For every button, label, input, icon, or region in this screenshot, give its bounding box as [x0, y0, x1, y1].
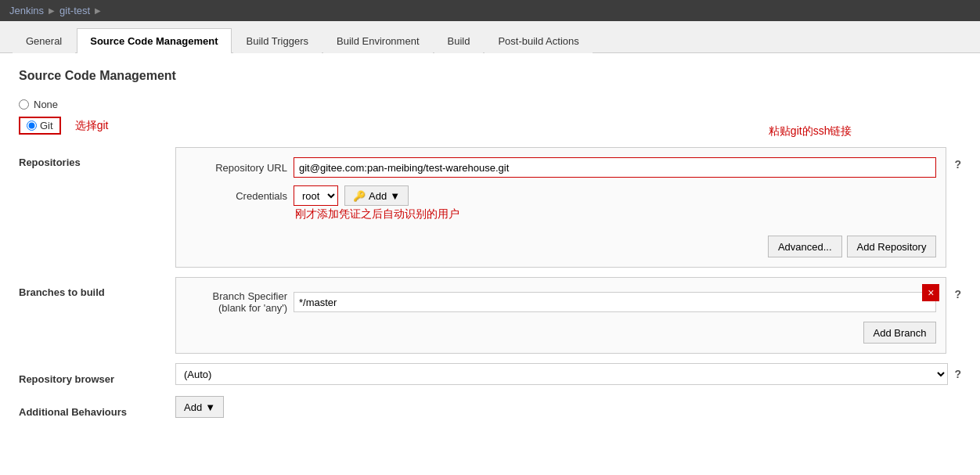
credentials-label: Credentials: [186, 190, 287, 202]
git-box: Git: [19, 117, 61, 135]
tab-build[interactable]: Build: [434, 28, 484, 53]
branch-specifier-row: Branch Specifier (blank for 'any'): [186, 290, 936, 314]
repo-url-row: Repository URL: [186, 157, 936, 178]
add-behaviour-button[interactable]: Add ▼: [175, 396, 224, 418]
tab-post-build[interactable]: Post-build Actions: [485, 28, 592, 53]
repo-help-icon[interactable]: ?: [954, 158, 961, 171]
radio-none[interactable]: [19, 99, 29, 110]
chevron-down-icon: ▼: [390, 190, 400, 202]
delete-branch-button[interactable]: ×: [922, 284, 939, 301]
branches-help-icon[interactable]: ?: [954, 288, 961, 300]
branch-specifier-input[interactable]: [294, 292, 936, 312]
repo-browser-section: Repository browser (Auto) ?: [19, 363, 961, 385]
branch-action-buttons: Add Branch: [186, 322, 936, 344]
breadcrumb-jenkins[interactable]: Jenkins: [9, 5, 44, 16]
credentials-row: Credentials root 🔑 Add ▼: [186, 185, 936, 206]
add-label: Add: [369, 190, 387, 202]
tab-scm[interactable]: Source Code Management: [77, 28, 231, 53]
credentials-annotation-wrapper: 刚才添加凭证之后自动识别的用户: [186, 214, 936, 229]
repositories-content: 粘贴git的ssh链接 Repository URL Credentials r…: [175, 147, 946, 268]
repositories-label: Repositories: [19, 147, 175, 168]
repo-url-label: Repository URL: [186, 162, 287, 174]
advanced-button[interactable]: Advanced...: [768, 236, 842, 257]
repositories-section: Repositories 粘贴git的ssh链接 Repository URL …: [19, 147, 961, 268]
tab-general[interactable]: General: [13, 28, 75, 53]
breadcrumb-gittest[interactable]: git-test: [59, 5, 90, 16]
breadcrumb-sep-2: ▶: [95, 6, 101, 15]
main-content: Source Code Management None Git 选择git Re…: [0, 53, 980, 475]
key-icon: 🔑: [353, 190, 366, 202]
ssh-annotation: 粘贴git的ssh链接: [769, 124, 852, 139]
repo-help: ?: [951, 147, 961, 171]
credentials-add-button[interactable]: 🔑 Add ▼: [344, 185, 409, 206]
repo-url-input[interactable]: [294, 157, 936, 178]
repo-browser-label: Repository browser: [19, 364, 175, 385]
chevron-down-icon-2: ▼: [205, 401, 215, 413]
branches-content: × Branch Specifier (blank for 'any') Add…: [175, 277, 946, 354]
repo-action-buttons: Advanced... Add Repository: [186, 236, 936, 257]
additional-behaviours-section: Additional Behaviours Add ▼: [19, 396, 961, 418]
radio-none-option: None: [19, 99, 961, 110]
repo-browser-select[interactable]: (Auto): [175, 363, 948, 385]
radio-git-label: Git: [40, 120, 53, 131]
page-title: Source Code Management: [19, 69, 961, 83]
repo-browser-help-icon[interactable]: ?: [954, 368, 961, 380]
tab-bar: General Source Code Management Build Tri…: [0, 21, 980, 53]
credentials-annotation: 刚才添加凭证之后自动识别的用户: [295, 207, 459, 221]
radio-none-label: None: [34, 99, 58, 110]
branches-section: Branches to build × Branch Specifier (bl…: [19, 277, 961, 354]
additional-behaviours-label: Additional Behaviours: [19, 397, 175, 418]
tab-build-triggers[interactable]: Build Triggers: [233, 28, 322, 53]
add-branch-button[interactable]: Add Branch: [863, 322, 937, 344]
breadcrumb: Jenkins ▶ git-test ▶: [0, 0, 980, 21]
branch-specifier-label: Branch Specifier (blank for 'any'): [186, 290, 287, 314]
breadcrumb-sep-1: ▶: [49, 6, 55, 15]
branches-label: Branches to build: [19, 277, 175, 298]
tab-build-environment[interactable]: Build Environment: [323, 28, 433, 53]
add-behaviour-label: Add: [184, 401, 202, 413]
branches-help: ?: [951, 277, 961, 300]
add-repository-button[interactable]: Add Repository: [847, 236, 937, 257]
radio-git[interactable]: [27, 121, 37, 131]
git-annotation: 选择git: [75, 119, 109, 133]
credentials-select[interactable]: root: [294, 185, 338, 206]
